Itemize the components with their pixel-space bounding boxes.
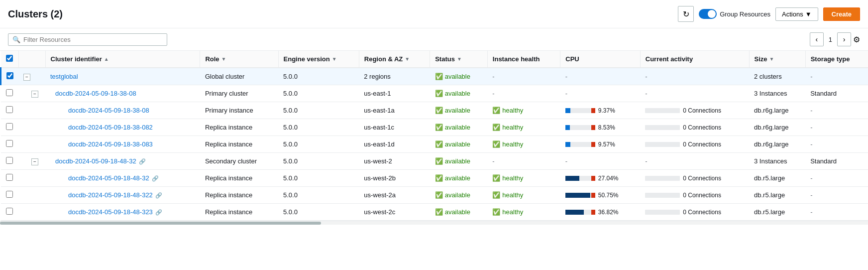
row-checkbox[interactable] (6, 174, 13, 181)
group-resources-toggle[interactable] (699, 9, 717, 19)
status-available: ✅ available (435, 208, 483, 216)
row-health-cell: ✅ healthy (487, 170, 560, 187)
row-checkbox-cell[interactable] (1, 136, 19, 153)
row-expand-cell[interactable]: − (18, 68, 45, 85)
instance-link[interactable]: docdb-2024-05-09-18-38-08 (68, 107, 149, 114)
header-expand-all (18, 51, 45, 68)
row-size-cell: db.r5.large (749, 204, 805, 221)
table-settings-button[interactable]: ⚙ (853, 35, 860, 44)
check-icon: ✅ (435, 90, 443, 97)
header-role[interactable]: Role ▼ (200, 51, 278, 68)
row-expand-cell[interactable]: − (18, 153, 45, 170)
row-expand-cell (18, 204, 45, 221)
row-checkbox-cell[interactable] (1, 170, 19, 187)
horizontal-scrollbar[interactable] (0, 221, 868, 225)
next-page-button[interactable]: › (837, 32, 851, 46)
header-cluster-identifier[interactable]: Cluster identifier ▲ (45, 51, 200, 68)
row-checkbox[interactable] (6, 106, 13, 113)
row-checkbox[interactable] (6, 72, 13, 79)
row-checkbox-cell[interactable] (1, 102, 19, 119)
scrollbar-thumb[interactable] (0, 222, 321, 225)
expand-icon[interactable]: − (31, 91, 38, 98)
row-expand-cell (18, 119, 45, 136)
filter-icon: ▼ (405, 56, 410, 62)
row-checkbox-cell[interactable] (1, 187, 19, 204)
cpu-bar-fill (565, 193, 590, 198)
instance-link[interactable]: docdb-2024-05-09-18-48-322 (68, 191, 153, 199)
cpu-bar-fill (565, 210, 584, 215)
expand-icon[interactable]: − (31, 158, 38, 165)
conn-bar-container: 0 Connections (645, 141, 744, 148)
status-available: ✅ available (435, 140, 483, 148)
row-checkbox[interactable] (6, 123, 13, 130)
row-checkbox[interactable] (6, 157, 13, 164)
check-icon: ✅ (435, 157, 443, 165)
status-available: ✅ available (435, 174, 483, 182)
cluster-link[interactable]: testglobal (50, 73, 78, 80)
row-cpu-cell: - (560, 68, 640, 85)
filter-icon: ▼ (221, 56, 226, 62)
refresh-button[interactable]: ↻ (678, 6, 694, 22)
connections-label: 0 Connections (683, 141, 721, 148)
cpu-bar-container: 36.82% (565, 209, 635, 216)
actions-button[interactable]: Actions ▼ (775, 7, 818, 21)
connections-label: 0 Connections (683, 192, 721, 199)
cpu-bar-red (591, 176, 595, 181)
instance-link[interactable]: docdb-2024-05-09-18-38-082 (68, 124, 153, 131)
row-storage-cell: - (805, 102, 868, 119)
header-select-all[interactable] (1, 51, 19, 68)
row-checkbox[interactable] (6, 140, 13, 147)
expand-icon[interactable]: − (23, 74, 30, 81)
header-size[interactable]: Size ▼ (749, 51, 805, 68)
instance-link[interactable]: docdb-2024-05-09-18-48-323 (68, 208, 153, 216)
check-icon: ✅ (435, 174, 443, 182)
row-cpu-cell: 9.57% (560, 136, 640, 153)
row-checkbox-cell[interactable] (1, 85, 19, 102)
row-checkbox-cell[interactable] (1, 119, 19, 136)
select-all-checkbox[interactable] (6, 55, 13, 62)
cluster-link[interactable]: docdb-2024-05-09-18-38-08 (55, 90, 136, 97)
search-icon: 🔍 (12, 36, 20, 43)
search-input[interactable] (23, 36, 163, 43)
instance-link[interactable]: docdb-2024-05-09-18-48-32 (68, 174, 149, 182)
status-available: ✅ available (435, 107, 483, 114)
health-healthy: ✅ healthy (492, 124, 555, 131)
row-checkbox-cell[interactable] (1, 153, 19, 170)
conn-bar (645, 193, 680, 198)
row-checkbox[interactable] (6, 89, 13, 96)
row-region-cell: us-west-2c (359, 204, 430, 221)
row-checkbox[interactable] (6, 208, 13, 215)
row-activity-cell: 0 Connections (640, 136, 749, 153)
header-region-az[interactable]: Region & AZ ▼ (359, 51, 430, 68)
cpu-bar-container: 27.04% (565, 175, 635, 182)
row-engine-cell: 5.0.0 (278, 153, 359, 170)
row-expand-cell[interactable]: − (18, 85, 45, 102)
row-expand-cell (18, 170, 45, 187)
row-cpu-cell: 9.37% (560, 102, 640, 119)
cluster-link[interactable]: docdb-2024-05-09-18-48-32 (55, 157, 136, 165)
pagination: ‹ 1 › ⚙ (810, 32, 860, 46)
header-status[interactable]: Status ▼ (430, 51, 488, 68)
cpu-percentage: 9.37% (598, 107, 615, 114)
instance-link[interactable]: docdb-2024-05-09-18-38-083 (68, 140, 153, 148)
row-activity-cell: - (640, 153, 749, 170)
header-engine-version[interactable]: Engine version ▼ (278, 51, 359, 68)
cpu-bar (565, 125, 595, 130)
row-checkbox-cell[interactable] (1, 68, 19, 85)
health-icon: ✅ (492, 107, 500, 114)
header-current-activity[interactable]: Current activity (640, 51, 749, 68)
create-button[interactable]: Create (823, 7, 860, 21)
search-box[interactable]: 🔍 (8, 33, 167, 46)
row-region-cell: us-east-1c (359, 119, 430, 136)
row-checkbox[interactable] (6, 191, 13, 198)
row-role-cell: Replica instance (200, 136, 278, 153)
status-available: ✅ available (435, 90, 483, 97)
external-link-icon: 🔗 (155, 192, 162, 198)
prev-page-button[interactable]: ‹ (810, 32, 824, 46)
cpu-bar (565, 176, 595, 181)
row-region-cell: us-east-1a (359, 102, 430, 119)
row-checkbox-cell[interactable] (1, 204, 19, 221)
connections-label: 0 Connections (683, 107, 721, 114)
row-engine-cell: 5.0.0 (278, 187, 359, 204)
row-role-cell: Secondary cluster (200, 153, 278, 170)
